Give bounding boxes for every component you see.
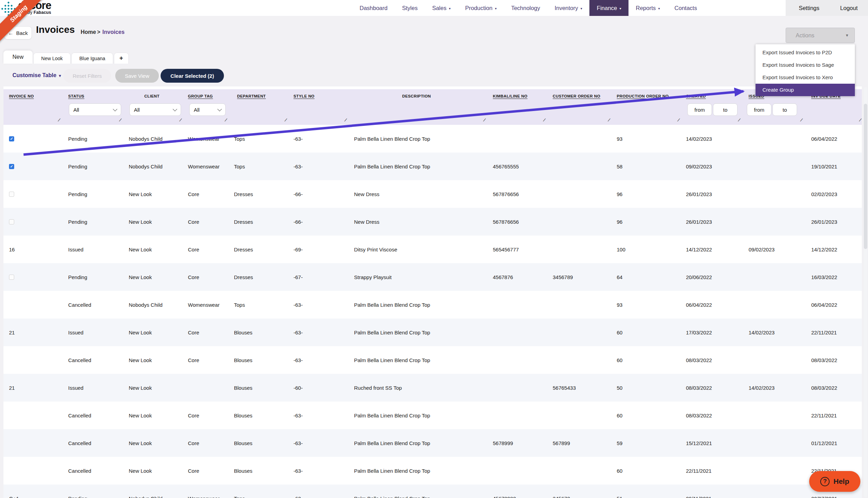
menu-item-create-group[interactable]: Create Group [756, 84, 855, 96]
column-resize-handle[interactable]: ∕∕ [226, 118, 226, 122]
actions-dropdown-button[interactable]: Actions ▼ [786, 28, 855, 43]
cell-kimbal-line-no [486, 346, 546, 374]
cell-created: 09/11/2021 [680, 485, 741, 498]
menu-item-export-issued-invoices-to-p2d[interactable]: Export Issued Invoices to P2D [756, 46, 855, 59]
column-label-kimbal-line-no[interactable]: KIMBAL/LINE NO [493, 94, 527, 98]
tab-blue-iguana[interactable]: Blue Iguana [71, 53, 113, 64]
cell-due-date: 26/01/2023 [803, 208, 862, 236]
tab-new[interactable]: New [3, 50, 33, 64]
column-label-customer-order-no[interactable]: CUSTOMER ORDER NO [553, 94, 600, 98]
nav-item-technology[interactable]: Technology [504, 0, 547, 16]
cell-status: Cancelled [61, 429, 122, 457]
nav-item-styles[interactable]: Styles [395, 0, 425, 16]
chevron-down-icon: ▾ [580, 7, 582, 10]
column-resize-handle[interactable]: ∕∕ [345, 118, 346, 122]
nav-item-logout[interactable]: Logout [830, 0, 868, 16]
column-resize-handle[interactable]: ∕∕ [484, 118, 485, 122]
table-row[interactable]: PendingNew LookCoreDresses-66-New Dress5… [3, 180, 862, 208]
nav-item-settings[interactable]: Settings [788, 0, 830, 16]
column-resize-handle[interactable]: ∕∕ [609, 118, 609, 122]
nav-item-dashboard[interactable]: Dashboard [352, 0, 395, 16]
nav-item-finance[interactable]: Finance▾ [589, 0, 629, 16]
filter-select-status[interactable]: All [69, 103, 121, 116]
filter-select-group-tag[interactable]: All [189, 103, 226, 116]
table-row[interactable]: CancelledNew LookCoreBlouses-63-Palm Bel… [3, 457, 862, 485]
column-label-style-no[interactable]: STYLE NO [293, 94, 315, 98]
cell-production-order-no: 96 [611, 180, 680, 208]
tab-new-look[interactable]: New Look [33, 53, 71, 64]
cell-customer-order-no: 56765433 [546, 374, 611, 402]
column-resize-handle[interactable]: ∕∕ [739, 118, 739, 122]
row-checkbox-unchecked[interactable] [9, 219, 14, 224]
row-checkbox-checked[interactable]: ✓ [9, 136, 14, 141]
column-resize-handle[interactable]: ∕∕ [286, 118, 286, 122]
cell-status: Issued [61, 236, 122, 263]
table-row[interactable]: 16IssuedNew LookCoreDresses-69-Ditsy Pri… [3, 236, 862, 263]
table-row[interactable]: CancelledNew LookCoreBlouses-63-Palm Bel… [3, 429, 862, 457]
table-row[interactable]: ✓PendingNobodys ChildWomenswearTops-63-P… [3, 153, 862, 180]
table-row[interactable]: ✓PendingNobodys ChildWomenswearTops-63-P… [3, 125, 862, 153]
save-view-button[interactable]: Save View [115, 69, 159, 83]
column-resize-handle[interactable]: ∕∕ [120, 118, 120, 122]
column-label-department[interactable]: DEPARTMENT [237, 94, 266, 98]
filter-select-client[interactable]: All [129, 103, 181, 116]
customise-table-button[interactable]: Customise Table▼ [12, 72, 62, 79]
table-row[interactable]: 21IssuedNew LookBlouses-60-Ruched front … [3, 374, 862, 402]
breadcrumb: Home>Invoices [81, 29, 125, 35]
cell-issued [741, 180, 803, 208]
table-row[interactable]: G+1PendingNobodys ChildWomenswearTops-63… [3, 485, 862, 498]
nav-item-inventory[interactable]: Inventory▾ [547, 0, 589, 16]
nav-item-label: Finance [597, 5, 617, 11]
table-row[interactable]: PendingNew LookCoreDresses-67-Strappy Pl… [3, 263, 862, 291]
row-checkbox-unchecked[interactable] [9, 192, 14, 197]
table-row[interactable]: CancelledNew LookCoreBlouses-63-Palm Bel… [3, 402, 862, 429]
column-resize-handle[interactable]: ∕∕ [678, 118, 679, 122]
column-resize-handle[interactable]: ∕∕ [59, 118, 59, 122]
column-label-description[interactable]: DESCRIPTION [347, 94, 486, 98]
column-label-created[interactable]: CREATED [686, 94, 706, 98]
cell-due-date: 06/04/2022 [803, 291, 862, 319]
cell-production-order-no: 51 [611, 485, 680, 498]
vertical-scrollbar-thumb[interactable] [864, 104, 867, 249]
column-resize-handle[interactable]: ∕∕ [180, 118, 181, 122]
column-label-client[interactable]: CLIENT [122, 94, 182, 98]
row-checkbox-checked[interactable]: ✓ [9, 164, 14, 169]
reset-filters-button[interactable]: Reset Filters [63, 69, 111, 83]
cell-customer-order-no [546, 153, 611, 180]
filter-created-from[interactable]: from [687, 103, 712, 116]
column-resize-handle[interactable]: ∕∕ [860, 118, 860, 122]
help-button[interactable]: ? Help [809, 471, 860, 492]
cell-client: New Look [122, 346, 182, 374]
column-label-invoice-no[interactable]: INVOICE NO [9, 94, 34, 98]
clear-selected-button[interactable]: Clear Selected (2) [161, 69, 224, 83]
nav-item-sales[interactable]: Sales▾ [425, 0, 458, 16]
table-row[interactable]: 21IssuedNew LookCoreBlouses-63-Palm Bell… [3, 319, 862, 346]
filter-issued-to[interactable]: to [772, 103, 797, 116]
nav-item-production[interactable]: Production▾ [458, 0, 504, 16]
cell-client: New Look [122, 457, 182, 485]
filter-created-to[interactable]: to [713, 103, 738, 116]
table-row[interactable]: CancelledNobodys ChildWomenswearTops-63-… [3, 291, 862, 319]
nav-item-reports[interactable]: Reports▾ [629, 0, 667, 16]
column-resize-handle[interactable]: ∕∕ [544, 118, 544, 122]
breadcrumb-home[interactable]: Home [81, 29, 96, 35]
column-label-status[interactable]: STATUS [68, 94, 84, 98]
column-resize-handle[interactable]: ∕∕ [801, 118, 802, 122]
row-checkbox-unchecked[interactable] [9, 275, 14, 280]
table-row[interactable]: PendingNew LookCoreDresses-66-New Dress5… [3, 208, 862, 236]
column-label-production-order-no[interactable]: PRODUCTION ORDER NO [617, 94, 669, 98]
cell-client: New Look [122, 263, 182, 291]
add-tab-button[interactable]: + [114, 53, 129, 64]
menu-item-export-issued-invoices-to-xero[interactable]: Export Issued Invoices to Xero [756, 71, 855, 84]
column-label-group-tag[interactable]: GROUP TAG [188, 94, 213, 98]
nav-item-contacts[interactable]: Contacts [667, 0, 704, 16]
menu-item-export-issued-invoices-to-sage[interactable]: Export Issued Invoices to Sage [756, 59, 855, 71]
cell-issued [741, 485, 803, 498]
cell-invoice-no: 16 [3, 236, 61, 263]
cell-client: Nobodys Child [122, 485, 182, 498]
cell-customer-order-no [546, 291, 611, 319]
filter-issued-from[interactable]: from [747, 103, 771, 116]
breadcrumb-separator: > [97, 29, 100, 35]
table-row[interactable]: CancelledNew LookCoreBlouses-63-Palm Bel… [3, 346, 862, 374]
cell-status: Issued [61, 374, 122, 402]
